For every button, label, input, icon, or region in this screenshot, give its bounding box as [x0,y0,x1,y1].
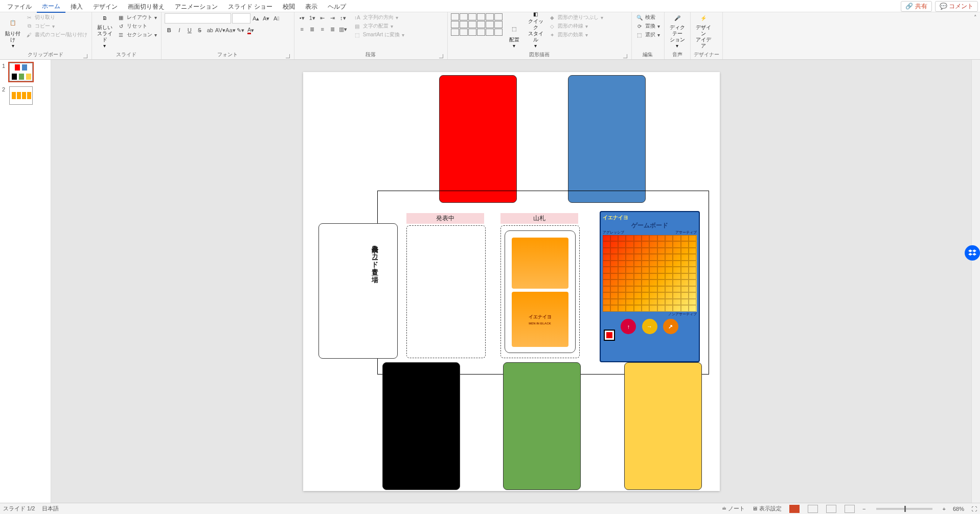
justify-button[interactable]: ≣ [328,25,337,34]
shape-fill-button[interactable]: ◆図形の塗りつぶし ▾ [548,13,604,21]
shape-effects-button[interactable]: ✦図形の効果 ▾ [548,31,604,39]
slide-indicator[interactable]: スライド 1/2 [3,505,35,512]
find-button[interactable]: 🔍検索 [635,13,661,21]
section-icon: ☰ [118,31,125,38]
tab-review[interactable]: 校閲 [278,1,300,12]
view-sorter-button[interactable] [808,505,818,513]
columns-button[interactable]: ▥▾ [338,25,348,34]
design-ideas-button[interactable]: ⚡デザイン アイデア [694,13,713,49]
share-button[interactable]: 🔗 共有 [901,1,931,12]
paste-button[interactable]: 📋 貼り付け ▾ [3,13,22,49]
copy-button[interactable]: ⧉コピー ▾ [25,22,88,30]
increase-font-button[interactable]: A▴ [252,14,261,23]
tab-insert[interactable]: 挿入 [65,1,88,12]
board-btn-right[interactable]: → [642,319,657,334]
thumbnail-1[interactable]: 1 [2,63,49,81]
dictate-button[interactable]: 🎤ディクテー ション ▾ [668,13,687,49]
collapse-ribbon-button[interactable]: ˄ [974,14,977,21]
drawing-launcher[interactable] [623,54,627,58]
zoom-out-button[interactable]: − [862,506,865,512]
game-board[interactable]: イエナイヨ ゲームボード アグレッシブアサーティブ [600,211,700,362]
player-card-green[interactable] [503,362,581,490]
dropbox-badge[interactable] [965,245,980,261]
font-color-button[interactable]: A▾ [246,26,256,35]
indent-button[interactable]: ⇥ [328,13,337,22]
thumbnail-pane[interactable]: 1 2 [0,60,51,503]
underline-button[interactable]: U [185,26,194,35]
present-zone[interactable] [406,225,486,358]
language-indicator[interactable]: 日本語 [42,505,59,512]
vertical-scrollbar[interactable] [971,60,980,503]
view-reading-button[interactable] [826,505,836,513]
display-settings-button[interactable]: 🖥 表示設定 [752,505,782,512]
zoom-in-button[interactable]: + [943,506,946,512]
strike-button[interactable]: S̶ [195,26,204,35]
layout-button[interactable]: ▦レイアウト ▾ [117,13,158,21]
fit-button[interactable]: ⛶ [971,506,977,512]
char-space-button[interactable]: AV▾ [216,26,225,35]
tab-transitions[interactable]: 画面切り替え [123,1,170,12]
text-align-button[interactable]: ▤文字の配置 ▾ [353,22,405,30]
italic-button[interactable]: I [175,26,184,35]
decrease-font-button[interactable]: A▾ [262,14,271,23]
reset-button[interactable]: ↺リセット [117,22,158,30]
select-button[interactable]: ⬚選択 ▾ [635,31,661,39]
zoom-slider[interactable] [876,508,932,510]
deck-card-top[interactable] [512,238,568,289]
align-right-button[interactable]: ≡ [318,25,327,34]
view-slideshow-button[interactable] [845,505,855,513]
discard-zone[interactable] [318,223,398,359]
slide-area[interactable]: 発表済みカード置き場 発表中 山札 イエナイヨMEN IN BLACK イエナイ… [51,60,971,503]
align-left-button[interactable]: ≡ [298,25,307,34]
notes-button[interactable]: ≐ ノート [722,505,745,512]
slide-canvas[interactable]: 発表済みカード置き場 発表中 山札 イエナイヨMEN IN BLACK イエナイ… [303,72,720,491]
player-card-blue[interactable] [568,75,646,203]
cut-button[interactable]: ✂切り取り [25,13,88,21]
section-button[interactable]: ☰セクション ▾ [117,31,158,39]
line-spacing-button[interactable]: ↕▾ [338,13,348,22]
font-launcher[interactable] [286,54,290,58]
bullets-button[interactable]: •▾ [298,13,307,22]
text-direction-button[interactable]: ↕A文字列の方向 ▾ [353,13,405,21]
bold-button[interactable]: B [165,26,174,35]
replace-button[interactable]: ⟳置換 ▾ [635,22,661,30]
deck-card-bottom[interactable]: イエナイヨMEN IN BLACK [512,292,568,347]
tab-slideshow[interactable]: スライド ショー [223,1,278,12]
tab-animations[interactable]: アニメーション [170,1,223,12]
tab-view[interactable]: 表示 [300,1,323,12]
font-name-input[interactable] [165,13,231,24]
highlight-button[interactable]: ✎▾ [236,26,245,35]
section-label: セクション [127,31,152,38]
thumbnail-2[interactable]: 2 [2,86,49,105]
new-slide-button[interactable]: 🗎 新しい スライド ▾ [95,13,115,49]
font-size-input[interactable] [232,13,250,24]
align-center-button[interactable]: ≣ [308,25,317,34]
outdent-button[interactable]: ⇤ [318,13,327,22]
quick-styles-button[interactable]: ◧クイック スタイル ▾ [526,13,545,49]
smartart-button[interactable]: ⬚SmartArt に変換 ▾ [353,31,405,39]
view-normal-button[interactable] [789,505,800,513]
tab-help[interactable]: ヘルプ [323,1,351,12]
numbering-button[interactable]: 1▾ [308,13,317,22]
player-card-yellow[interactable] [624,362,702,490]
clear-format-button[interactable]: A⃠ [272,14,281,23]
player-card-black[interactable] [382,362,460,490]
arrange-button[interactable]: ⬚配置 ▾ [505,13,524,49]
tab-file[interactable]: ファイル [2,1,37,12]
tab-design[interactable]: デザイン [88,1,123,12]
group-drawing-label: 図形描画 [529,52,550,57]
tab-home[interactable]: ホーム [37,1,65,13]
shadow-button[interactable]: ab [206,26,215,35]
clipboard-launcher[interactable] [83,54,87,58]
shape-outline-button[interactable]: ◇図形の枠線 ▾ [548,22,604,30]
shape-gallery[interactable] [451,13,503,36]
select-icon: ⬚ [636,31,643,38]
format-painter-button[interactable]: 🖌書式のコピー/貼り付け [25,31,88,39]
zoom-level[interactable]: 68% [953,506,964,512]
board-btn-diag[interactable]: ↗ [663,319,678,334]
case-button[interactable]: Aa▾ [226,26,235,35]
comment-button[interactable]: 💬 コメント [935,1,978,12]
player-card-red[interactable] [439,75,517,203]
board-btn-up[interactable]: ↑ [621,319,636,334]
paragraph-launcher[interactable] [439,54,443,58]
